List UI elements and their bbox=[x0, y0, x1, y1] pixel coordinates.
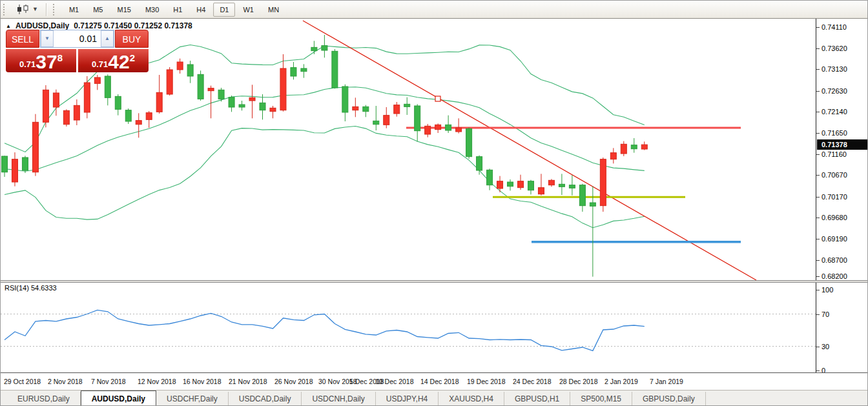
candle bbox=[363, 105, 369, 117]
sell-button[interactable]: SELL bbox=[6, 30, 39, 48]
toolbar: ▼ M1M5M15M30H1H4D1W1MN bbox=[1, 1, 868, 19]
timeframe-buttons: M1M5M15M30H1H4D1W1MN bbox=[62, 3, 286, 17]
candle bbox=[94, 75, 100, 90]
timeframe-button-M5[interactable]: M5 bbox=[87, 3, 109, 17]
price-tick-mark bbox=[816, 154, 820, 155]
rsi-tick-label: 30 bbox=[822, 343, 829, 350]
main-chart-panel[interactable]: 0.741100.736200.731300.726300.721400.716… bbox=[1, 19, 868, 280]
candle bbox=[322, 35, 327, 57]
chart-tab-eurusd-daily[interactable]: EURUSD,Daily bbox=[7, 392, 81, 406]
rsi-tick-label: 100 bbox=[822, 286, 833, 294]
price-tick-mark bbox=[816, 197, 820, 198]
price-tick-label: 0.70670 bbox=[822, 171, 847, 179]
candle bbox=[446, 116, 451, 133]
date-tick-label: 19 Dec 2018 bbox=[467, 378, 506, 385]
price-tick-label: 0.69680 bbox=[822, 214, 847, 221]
timeframe-button-MN[interactable]: MN bbox=[262, 3, 285, 17]
chart-tab-usdchf-daily[interactable]: USDCHF,Daily bbox=[156, 392, 229, 406]
candle bbox=[590, 187, 595, 277]
chart-tab-xauusd-h4[interactable]: XAUUSD,H4 bbox=[439, 392, 504, 406]
rsi-tick-mark bbox=[816, 314, 820, 315]
price-tick-mark bbox=[816, 276, 820, 277]
collapse-arrow-icon[interactable]: ▲ bbox=[6, 23, 11, 29]
candle bbox=[342, 85, 348, 121]
candle bbox=[332, 49, 338, 88]
candle bbox=[600, 157, 606, 212]
chart-tab-usdjpy-h4[interactable]: USDJPY,H4 bbox=[376, 392, 439, 406]
date-tick-label: 2 Jan 2019 bbox=[604, 378, 638, 385]
candle bbox=[43, 85, 48, 127]
timeframe-button-M30[interactable]: M30 bbox=[139, 3, 165, 17]
timeframe-button-M15[interactable]: M15 bbox=[110, 3, 137, 17]
buy-button[interactable]: BUY bbox=[115, 30, 149, 48]
price-tick-label: 0.73130 bbox=[822, 65, 847, 73]
chart-tab-usdcad-daily[interactable]: USDCAD,Daily bbox=[229, 392, 302, 406]
rsi-panel[interactable]: 10070300 RSI(14) 54.6333 bbox=[1, 283, 868, 372]
price-tick-label: 0.68200 bbox=[822, 272, 847, 280]
volume-decrease-button[interactable]: ▼ bbox=[41, 30, 54, 47]
candle bbox=[456, 118, 462, 133]
candle bbox=[270, 106, 276, 118]
rsi-tick-mark bbox=[816, 370, 820, 371]
candle bbox=[105, 74, 110, 105]
chart-tab-gbpusd-daily[interactable]: GBPUSD,Daily bbox=[632, 392, 706, 406]
date-tick-label: 28 Dec 2018 bbox=[559, 378, 598, 385]
price-tick-mark bbox=[816, 260, 820, 261]
date-tick-label: 16 Nov 2018 bbox=[183, 378, 222, 385]
candle bbox=[2, 156, 8, 177]
volume-increase-button[interactable]: ▲ bbox=[101, 30, 114, 47]
timeframe-button-H1[interactable]: H1 bbox=[167, 3, 189, 17]
price-tick-mark bbox=[816, 112, 820, 112]
chart-tab-audusd-daily[interactable]: AUDUSD,Daily bbox=[81, 391, 156, 406]
timeframe-button-W1[interactable]: W1 bbox=[236, 3, 260, 17]
candle bbox=[63, 109, 69, 127]
timeframe-button-D1[interactable]: D1 bbox=[213, 3, 235, 17]
candle bbox=[497, 176, 503, 192]
candle bbox=[353, 97, 358, 117]
candle bbox=[167, 67, 172, 96]
price-tick-label: 0.68700 bbox=[822, 256, 847, 264]
timeframe-button-H4[interactable]: H4 bbox=[190, 3, 212, 17]
price-tick-mark bbox=[816, 91, 820, 92]
date-tick-label: 29 Oct 2018 bbox=[4, 378, 41, 385]
date-tick-label: 7 Nov 2018 bbox=[91, 378, 126, 385]
toolbar-grip[interactable] bbox=[53, 4, 58, 15]
candle bbox=[631, 138, 637, 153]
candle bbox=[84, 76, 90, 118]
candle-chart-tool-button[interactable]: ▼ bbox=[12, 3, 42, 15]
candle bbox=[373, 106, 379, 130]
chart-tab-gbpusd-h1[interactable]: GBPUSD,H1 bbox=[504, 392, 570, 406]
price-tick-mark bbox=[816, 48, 820, 49]
date-tick-label: 24 Dec 2018 bbox=[513, 378, 552, 385]
candle bbox=[559, 174, 564, 195]
sell-price-display[interactable]: 0.71 37 8 bbox=[6, 49, 76, 72]
current-price-badge: 0.71378 bbox=[817, 139, 867, 150]
volume-input[interactable] bbox=[54, 30, 101, 47]
buy-price-display[interactable]: 0.71 42 2 bbox=[78, 49, 149, 72]
candle bbox=[187, 61, 193, 83]
candle bbox=[621, 141, 626, 156]
rsi-axis[interactable]: 10070300 bbox=[816, 283, 868, 372]
price-axis[interactable]: 0.741100.736200.731300.726300.721400.716… bbox=[816, 19, 868, 280]
chart-tab-usdcnh-daily[interactable]: USDCNH,Daily bbox=[302, 392, 375, 406]
candle bbox=[641, 141, 647, 150]
timeframe-button-M1[interactable]: M1 bbox=[63, 3, 85, 17]
chart-ohlc-values: 0.71275 0.71450 0.71252 0.71378 bbox=[74, 21, 192, 30]
price-tick-label: 0.72140 bbox=[822, 108, 847, 116]
candle bbox=[239, 101, 245, 110]
candle bbox=[22, 156, 28, 173]
candle bbox=[538, 174, 544, 195]
chart-tab-bar: EURUSD,DailyAUDUSD,DailyUSDCHF,DailyUSDC… bbox=[1, 390, 868, 406]
rsi-chart[interactable] bbox=[1, 283, 816, 372]
chart-tab-sp500-m15[interactable]: SP500,M15 bbox=[570, 392, 632, 406]
price-tick-label: 0.72630 bbox=[822, 87, 847, 95]
candle bbox=[260, 94, 265, 119]
date-axis[interactable]: 29 Oct 20182 Nov 20187 Nov 201812 Nov 20… bbox=[1, 372, 868, 391]
toolbar-grip[interactable] bbox=[3, 4, 8, 15]
candle bbox=[610, 148, 616, 163]
candle bbox=[12, 152, 17, 187]
candle bbox=[548, 179, 554, 187]
volume-stepper: ▼ ▲ bbox=[40, 30, 114, 48]
candle bbox=[528, 180, 533, 195]
chevron-down-icon: ▼ bbox=[32, 6, 38, 12]
